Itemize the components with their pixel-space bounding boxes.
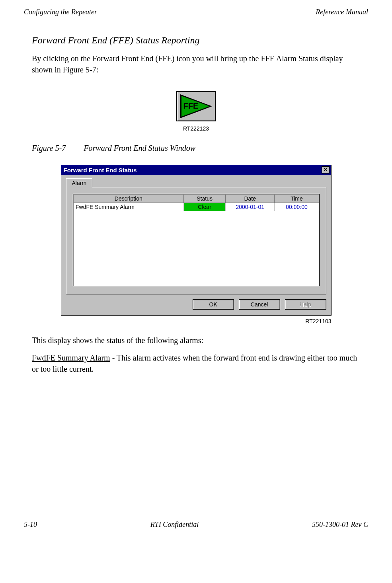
alarm-description: FwdFE Summary Alarm - This alarm activat… bbox=[32, 352, 360, 374]
header-right: Reference Manual bbox=[316, 8, 368, 16]
col-description[interactable]: Description bbox=[73, 195, 184, 203]
ffe-status-dialog: Forward Front End Status ✕ Alarm Descrip… bbox=[61, 165, 332, 316]
icon-caption: RT222123 bbox=[32, 125, 360, 132]
help-button: Help bbox=[285, 299, 326, 310]
alarm-name: FwdFE Summary Alarm bbox=[32, 353, 110, 362]
cancel-button[interactable]: Cancel bbox=[239, 299, 280, 310]
col-time[interactable]: Time bbox=[275, 195, 319, 203]
tab-alarm[interactable]: Alarm bbox=[66, 178, 93, 187]
header-left: Configuring the Repeater bbox=[24, 8, 97, 16]
cell-description: FwdFE Summary Alarm bbox=[73, 203, 184, 211]
figure-title: Forward Front End Status Window bbox=[84, 144, 195, 152]
col-status[interactable]: Status bbox=[184, 195, 226, 203]
section-title: Forward Front End (FFE) Status Reporting bbox=[32, 35, 360, 46]
figure-number: Figure 5-7 bbox=[32, 144, 66, 152]
footer-left: 5-10 bbox=[24, 521, 37, 529]
dialog-fig-code: RT221103 bbox=[61, 318, 332, 324]
col-date[interactable]: Date bbox=[226, 195, 275, 203]
cell-time: 00:00:00 bbox=[275, 203, 319, 211]
ffe-icon[interactable]: FFE bbox=[176, 91, 216, 121]
ffe-icon-label: FFE bbox=[183, 101, 199, 111]
dialog-title: Forward Front End Status bbox=[64, 167, 137, 174]
alarms-intro: This display shows the status of the fol… bbox=[32, 335, 360, 346]
footer-right: 550-1300-01 Rev C bbox=[312, 521, 368, 529]
ok-button[interactable]: OK bbox=[193, 299, 234, 310]
close-icon[interactable]: ✕ bbox=[322, 166, 330, 174]
cell-status: Clear bbox=[184, 203, 226, 211]
section-intro: By clicking on the Forward Front End (FF… bbox=[32, 53, 360, 75]
cell-date: 2000-01-01 bbox=[226, 203, 275, 211]
table-row[interactable]: FwdFE Summary Alarm Clear 2000-01-01 00:… bbox=[73, 203, 319, 211]
table-header-row: Description Status Date Time bbox=[73, 195, 319, 203]
alarm-grid[interactable]: Description Status Date Time FwdFE Summa… bbox=[73, 194, 320, 286]
footer-center: RTI Confidential bbox=[150, 521, 199, 529]
